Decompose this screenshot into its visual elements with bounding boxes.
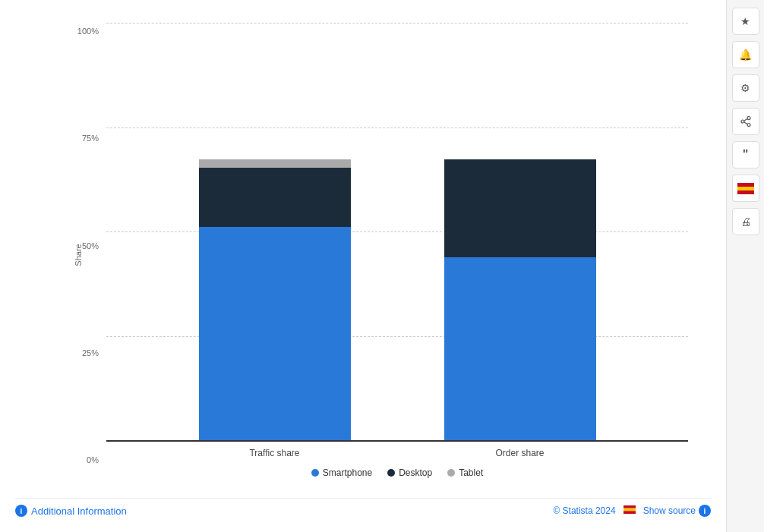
legend-tablet: Tablet: [447, 467, 483, 478]
order-share-bar-group: [444, 159, 596, 440]
footer-right: © Statista 2024 Show source i: [553, 505, 711, 517]
svg-point-3: [747, 117, 750, 120]
svg-point-4: [741, 120, 744, 123]
y-tick-50: 50%: [82, 241, 99, 250]
svg-line-6: [744, 119, 747, 121]
footer: i Additional Information © Statista 2024…: [15, 498, 711, 517]
traffic-share-stacked-bar: [199, 159, 351, 440]
traffic-smartphone-segment: [199, 227, 351, 440]
info-icon: i: [15, 505, 27, 517]
legend: Smartphone Desktop Tablet: [106, 458, 688, 487]
y-tick-25: 25%: [82, 348, 99, 357]
svg-rect-8: [737, 183, 754, 187]
traffic-tablet-segment: [199, 159, 351, 168]
star-button[interactable]: ★: [732, 8, 759, 35]
tablet-label: Tablet: [459, 467, 483, 478]
grid-and-bars: [106, 23, 688, 442]
show-source-info-icon: i: [699, 505, 711, 517]
svg-rect-10: [737, 190, 754, 194]
svg-rect-1: [624, 508, 636, 512]
main-content: Share 100% 75% 50% 25% 0%: [0, 0, 726, 532]
x-label-traffic: Traffic share: [199, 448, 351, 458]
legend-desktop: Desktop: [387, 467, 432, 478]
copyright-text: © Statista 2024: [553, 505, 615, 516]
y-tick-75: 75%: [82, 134, 99, 143]
flag-icon: [624, 505, 636, 516]
svg-rect-9: [737, 187, 754, 190]
svg-rect-0: [624, 505, 636, 508]
quote-button[interactable]: ": [732, 141, 759, 168]
svg-point-5: [747, 124, 750, 127]
traffic-share-bar-group: [199, 159, 351, 440]
bell-button[interactable]: 🔔: [732, 41, 759, 68]
y-tick-100: 100%: [77, 27, 99, 36]
additional-info-button[interactable]: i Additional Information: [15, 505, 127, 517]
desktop-label: Desktop: [399, 467, 432, 478]
chart-container: Share 100% 75% 50% 25% 0%: [61, 23, 688, 487]
show-source-button[interactable]: Show source i: [643, 505, 711, 517]
print-button[interactable]: 🖨: [732, 208, 759, 235]
settings-button[interactable]: ⚙: [732, 74, 759, 102]
order-desktop-segment: [444, 159, 596, 257]
chart-plot: Traffic share Order share Smartphone Des…: [106, 23, 688, 487]
desktop-dot: [387, 469, 395, 477]
order-share-stacked-bar: [444, 159, 596, 440]
x-label-order: Order share: [444, 448, 596, 458]
legend-smartphone: Smartphone: [311, 467, 372, 478]
additional-info-label: Additional Information: [31, 505, 127, 517]
bars-row: [106, 23, 688, 440]
chart-area: Share 100% 75% 50% 25% 0%: [15, 15, 711, 495]
svg-rect-2: [624, 511, 636, 514]
svg-line-7: [744, 122, 747, 124]
show-source-label: Show source: [643, 505, 696, 516]
sidebar: ★ 🔔 ⚙ " 🖨: [726, 0, 764, 532]
smartphone-label: Smartphone: [323, 467, 372, 478]
traffic-desktop-segment: [199, 168, 351, 227]
y-axis: 100% 75% 50% 25% 0%: [76, 23, 106, 487]
tablet-dot: [447, 469, 455, 477]
x-labels: Traffic share Order share: [106, 442, 688, 458]
smartphone-dot: [311, 469, 319, 477]
share-button[interactable]: [732, 108, 759, 135]
y-tick-0: 0%: [87, 455, 99, 464]
order-smartphone-segment: [444, 257, 596, 440]
flag-button[interactable]: [732, 175, 759, 202]
